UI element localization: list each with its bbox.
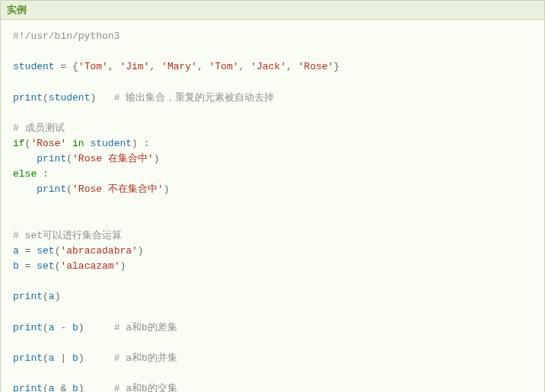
comment-member-test: # 成员测试 <box>13 123 65 134</box>
paren-close: ) <box>78 383 84 392</box>
comment-set-ops: # set可以进行集合运算 <box>13 230 122 241</box>
str-rose-notin: 'Rose 不在集合中' <box>72 183 164 195</box>
comma: , <box>239 61 251 72</box>
kw-if: if <box>13 138 25 149</box>
op-assign: = <box>55 61 72 72</box>
ident-a: a <box>49 291 55 302</box>
comment-output-set: # 输出集合，重复的元素被自动去掉 <box>114 92 275 104</box>
str-mary: 'Mary' <box>161 61 197 72</box>
str-rose: 'Rose' <box>30 138 66 149</box>
paren-close: ) <box>154 153 160 164</box>
paren-close: ) <box>138 245 144 257</box>
code-block: #!/usr/bin/python3 student = {'Tom', 'Ji… <box>1 20 544 392</box>
op-assign: = <box>19 260 37 272</box>
str-alac: 'alacazam' <box>60 260 120 272</box>
example-header: 实例 <box>1 1 544 20</box>
example-box: 实例 #!/usr/bin/python3 student = {'Tom', … <box>0 0 545 392</box>
comma: , <box>197 61 209 72</box>
paren-open: ( <box>43 92 49 104</box>
brace-open: { <box>72 61 78 72</box>
builtin-print: print <box>13 322 43 333</box>
str-abra: 'abracadabra' <box>60 245 137 257</box>
ident-student: student <box>49 92 91 104</box>
paren-close: ) <box>164 183 170 195</box>
paren-open: ( <box>66 183 72 195</box>
pad <box>96 92 113 104</box>
str-rose: 'Rose' <box>298 61 334 72</box>
paren-close: ) <box>55 291 61 302</box>
ident-a: a <box>49 322 55 333</box>
ident-b: b <box>72 352 78 364</box>
comment-union: # a和b的并集 <box>114 352 177 364</box>
comma: , <box>149 61 161 72</box>
ident-a: a <box>49 383 55 392</box>
ident-b: b <box>72 383 78 392</box>
builtin-print: print <box>13 383 43 392</box>
str-jim: 'Jim' <box>120 61 149 72</box>
paren-close: ) <box>132 138 138 149</box>
paren-close: ) <box>78 322 84 333</box>
builtin-print: print <box>13 92 43 104</box>
paren-open: ( <box>43 291 49 302</box>
paren-open: ( <box>66 153 72 164</box>
op-assign: = <box>19 245 37 257</box>
ident-student: student <box>90 138 132 149</box>
indent <box>13 153 37 164</box>
builtin-print: print <box>37 183 66 195</box>
pad <box>84 322 114 333</box>
builtin-print: print <box>13 352 43 364</box>
str-rose-in: 'Rose 在集合中' <box>72 153 154 164</box>
op-bar: | <box>55 352 72 364</box>
pad <box>84 352 114 364</box>
paren-open: ( <box>43 322 49 333</box>
str-tom1: 'Tom' <box>78 61 108 72</box>
colon: : <box>138 138 150 149</box>
shebang-line: #!/usr/bin/python3 <box>13 30 120 42</box>
op-amp: & <box>55 383 72 392</box>
builtin-print: print <box>37 153 66 164</box>
paren-close: ) <box>120 260 126 272</box>
kw-in: in <box>66 138 90 149</box>
paren-close: ) <box>78 352 84 364</box>
ident-student: student <box>13 61 55 72</box>
kw-else: else <box>13 168 37 180</box>
ident-b: b <box>13 260 19 272</box>
op-minus: - <box>55 322 72 333</box>
pad <box>84 383 114 392</box>
builtin-set: set <box>37 260 54 272</box>
ident-a: a <box>49 352 55 364</box>
paren-open: ( <box>43 383 49 392</box>
str-tom2: 'Tom' <box>209 61 239 72</box>
ident-b: b <box>72 322 78 333</box>
comma: , <box>108 61 120 72</box>
comment-inter: # a和b的交集 <box>114 383 177 392</box>
colon: : <box>37 168 49 180</box>
comment-diff: # a和b的差集 <box>114 322 177 333</box>
str-jack: 'Jack' <box>250 61 286 72</box>
brace-close: } <box>333 61 339 72</box>
builtin-print: print <box>13 291 43 302</box>
ident-a: a <box>13 245 19 257</box>
indent <box>13 183 37 195</box>
builtin-set: set <box>37 245 54 257</box>
example-title: 实例 <box>7 4 27 15</box>
paren-open: ( <box>43 352 49 364</box>
comma: , <box>286 61 298 72</box>
